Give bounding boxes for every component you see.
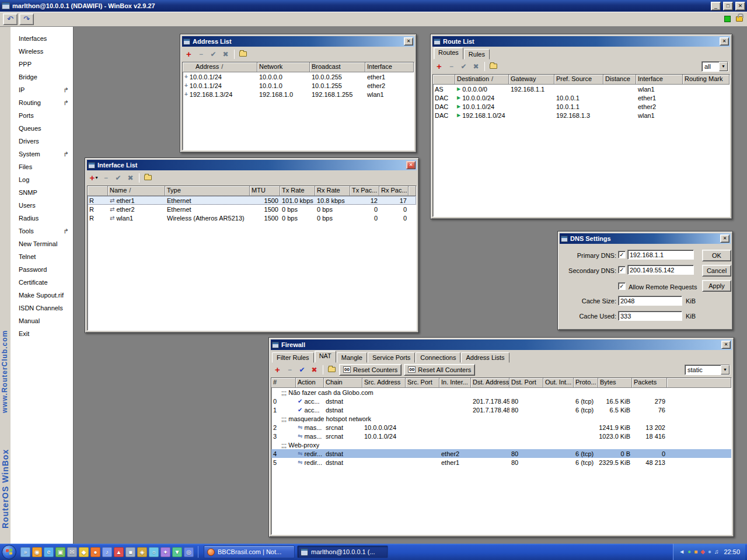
sidebar-item-interfaces[interactable]: Interfaces xyxy=(11,32,73,45)
task-button-1[interactable]: BBCBrasil.com | Not... xyxy=(204,545,295,558)
enable-button[interactable]: ✔ xyxy=(208,49,218,60)
table-row[interactable]: 5⇋redir...dstnatether1806 (tcp)2329.5 Ki… xyxy=(271,458,731,467)
close-icon[interactable]: ✕ xyxy=(406,161,416,169)
tab-service-ports[interactable]: Service Ports xyxy=(368,352,415,363)
quicklaunch-icon-9[interactable]: ▲ xyxy=(114,547,124,557)
column-header-action[interactable]: Action xyxy=(296,378,324,388)
quicklaunch-icon-8[interactable]: ♪ xyxy=(102,547,112,557)
primary-dns-input[interactable] xyxy=(627,250,694,260)
maximize-icon[interactable]: □ xyxy=(723,2,733,10)
column-header-rx-pac[interactable]: Rx Pac... xyxy=(379,186,409,196)
column-header-distance[interactable]: Distance xyxy=(603,75,636,85)
sidebar-item-users[interactable]: Users xyxy=(11,199,73,212)
quicklaunch-icon-10[interactable]: ■ xyxy=(125,547,135,557)
enable-button[interactable]: ✔ xyxy=(297,365,307,375)
table-row[interactable]: R⇄ether2Ethernet15000 bps0 bps00 xyxy=(88,205,416,214)
apply-button[interactable]: Apply xyxy=(702,280,731,292)
quicklaunch-icon-4[interactable]: ▣ xyxy=(55,547,65,557)
firewall-comment-row[interactable]: ;;; Não fazer cash da Globo.com xyxy=(271,388,731,397)
task-button-2[interactable]: marlthon@10.0.0.1 (... xyxy=(297,545,388,558)
column-header-name[interactable]: Name/ xyxy=(108,186,165,196)
comment-button[interactable] xyxy=(488,61,498,72)
tray-collapse-icon[interactable]: ◄ xyxy=(679,549,685,555)
column-header-interface[interactable]: Interface xyxy=(365,62,414,72)
volume-icon[interactable]: ♫ xyxy=(714,549,719,555)
quicklaunch-icon-5[interactable]: ✉ xyxy=(67,547,77,557)
enable-button[interactable]: ✔ xyxy=(113,173,123,183)
table-row[interactable]: AS▶0.0.0.0/0192.168.1.1wlan1 xyxy=(433,85,729,93)
column-header-item[interactable]: # xyxy=(271,378,296,388)
minimize-icon[interactable]: _ xyxy=(711,2,721,10)
quicklaunch-icon-3[interactable]: e xyxy=(44,547,54,557)
column-header-bytes[interactable]: Bytes xyxy=(598,378,632,388)
add-button[interactable]: +▾ xyxy=(89,173,99,183)
close-icon[interactable]: ✕ xyxy=(404,37,413,46)
column-header-proto[interactable]: Proto... xyxy=(574,378,598,388)
ok-button[interactable]: OK xyxy=(702,250,731,261)
close-icon[interactable]: ✕ xyxy=(720,235,729,243)
firewall-comment-row[interactable]: ;;; masquerade hotspot network xyxy=(271,414,731,423)
table-row[interactable]: DAC▶10.0.0.0/2410.0.0.1ether1 xyxy=(433,93,729,102)
remove-button[interactable]: − xyxy=(101,173,111,183)
enable-button[interactable]: ✔ xyxy=(459,61,469,72)
app-titlebar[interactable]: marlthon@10.0.0.1 (NDAWIFI) - WinBox v2.… xyxy=(0,0,747,12)
dns-settings-titlebar[interactable]: DNS Settings ✕ xyxy=(560,233,731,244)
reset-counters-button[interactable]: 00 Reset Counters xyxy=(339,364,402,376)
quicklaunch-icon-12[interactable]: ○ xyxy=(149,547,159,557)
route-list-titlebar[interactable]: Route List ✕ xyxy=(432,36,730,47)
table-row[interactable]: +10.0.0.1/2410.0.0.010.0.0.255ether1 xyxy=(183,72,414,81)
table-row[interactable]: 4⇋redir...dstnatether2806 (tcp)0 B0 xyxy=(271,449,731,458)
allow-remote-requests-checkbox[interactable]: ✓ xyxy=(618,282,626,290)
quicklaunch-icon-7[interactable]: ● xyxy=(90,547,100,557)
cache-size-input[interactable] xyxy=(618,296,682,306)
table-row[interactable]: +192.168.1.3/24192.168.1.0192.168.1.255w… xyxy=(183,90,414,99)
quicklaunch-icon-1[interactable]: » xyxy=(20,547,30,557)
column-header-dst-address[interactable]: Dst. Address xyxy=(471,378,509,388)
table-row[interactable]: 2⇋mas...srcnat10.0.0.0/241241.9 KiB13 20… xyxy=(271,423,731,432)
sidebar-item-telnet[interactable]: Telnet xyxy=(11,250,73,263)
sidebar-item-exit[interactable]: Exit xyxy=(11,327,73,340)
table-row[interactable]: DAC▶10.0.1.0/2410.0.1.1ether2 xyxy=(433,102,729,111)
close-icon[interactable]: ✕ xyxy=(735,2,745,10)
quicklaunch-icon-14[interactable]: ▼ xyxy=(172,547,182,557)
start-button[interactable] xyxy=(2,545,16,559)
tray-icon-2[interactable]: ■ xyxy=(694,549,697,555)
disable-button[interactable]: ✖ xyxy=(471,61,481,72)
tray-icon-3[interactable]: ◆ xyxy=(700,549,705,555)
table-row[interactable]: R⇄wlan1Wireless (Atheros AR5213)15000 bp… xyxy=(88,214,416,222)
column-header-src-port[interactable]: Src. Port xyxy=(406,378,439,388)
column-header-pref-source[interactable]: Pref. Source xyxy=(554,75,603,85)
column-header-out-int[interactable]: Out. Int... xyxy=(543,378,574,388)
disable-button[interactable]: ✖ xyxy=(309,365,319,375)
sidebar-item-wireless[interactable]: Wireless xyxy=(11,45,73,58)
tab-routes[interactable]: Routes xyxy=(434,47,463,60)
sidebar-item-queues[interactable]: Queues xyxy=(11,122,73,135)
column-header-in-inter[interactable]: In. Inter... xyxy=(439,378,471,388)
firewall-filter-dropdown[interactable]: static ▼ xyxy=(685,365,730,375)
sidebar-item-files[interactable]: Files xyxy=(11,160,73,173)
close-icon[interactable]: ✕ xyxy=(720,37,729,46)
column-header-mtu[interactable]: MTU xyxy=(250,186,280,196)
column-header-broadcast[interactable]: Broadcast xyxy=(310,62,365,72)
sidebar-item-manual[interactable]: Manual xyxy=(11,314,73,327)
remove-button[interactable]: − xyxy=(285,365,295,375)
column-header-tx-pac[interactable]: Tx Pac... xyxy=(350,186,379,196)
quicklaunch-icon-15[interactable]: ◎ xyxy=(184,547,194,557)
sidebar-item-isdn-channels[interactable]: ISDN Channels xyxy=(11,302,73,314)
sidebar-item-ppp[interactable]: PPP xyxy=(11,58,73,71)
sidebar-item-bridge[interactable]: Bridge xyxy=(11,71,73,83)
sidebar-item-snmp[interactable]: SNMP xyxy=(11,186,73,199)
sidebar-item-ports[interactable]: Ports xyxy=(11,109,73,122)
redo-button[interactable]: ↷ xyxy=(19,13,34,25)
column-header-packets[interactable]: Packets xyxy=(632,378,667,388)
column-header-network[interactable]: Network xyxy=(257,62,310,72)
primary-dns-checkbox[interactable]: ✓ xyxy=(618,251,626,258)
column-header-src-address[interactable]: Src. Address xyxy=(362,378,406,388)
add-button[interactable]: + xyxy=(184,49,194,60)
column-header-dst-port[interactable]: Dst. Port xyxy=(509,378,543,388)
sidebar-item-radius[interactable]: Radius xyxy=(11,212,73,225)
table-row[interactable]: +10.0.1.1/2410.0.1.010.0.1.255ether2 xyxy=(183,81,414,90)
firewall-titlebar[interactable]: Firewall ✕ xyxy=(271,340,732,350)
table-row[interactable]: 0✔acc...dstnat201.7.178.45806 (tcp)16.5 … xyxy=(271,397,731,405)
comment-button[interactable] xyxy=(143,173,153,183)
